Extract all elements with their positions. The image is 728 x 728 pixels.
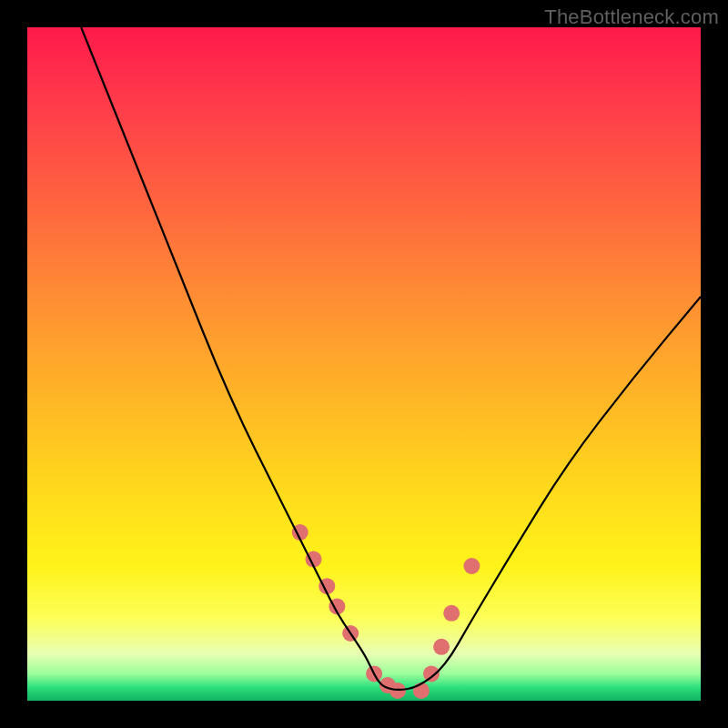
chart-svg: [27, 27, 701, 701]
highlight-dot: [433, 639, 450, 655]
chart-plot-area: [27, 27, 701, 701]
watermark-text: TheBottleneck.com: [544, 5, 719, 29]
highlight-dot: [443, 605, 460, 622]
highlight-dot: [423, 665, 440, 682]
highlight-markers: [292, 524, 480, 699]
bottleneck-curve: [81, 27, 701, 690]
chart-frame: TheBottleneck.com: [0, 0, 728, 728]
highlight-dot: [463, 558, 480, 574]
